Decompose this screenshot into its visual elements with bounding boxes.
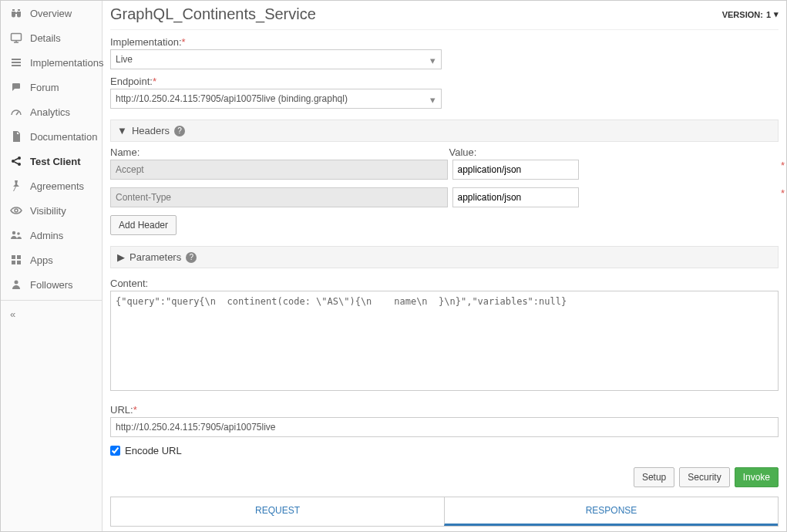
monitor-icon <box>10 32 22 44</box>
sidebar-item-overview[interactable]: Overview <box>1 1 102 25</box>
page-title: GraphQL_Continents_Service <box>110 5 316 23</box>
svg-rect-9 <box>12 261 15 264</box>
content-textarea[interactable]: {"query":"query{\n continent(code: \"AS\… <box>110 291 779 391</box>
header-value-input-1[interactable] <box>452 187 579 207</box>
parameters-section-toggle[interactable]: ▶ Parameters ? <box>110 246 779 268</box>
sidebar-item-label: Admins <box>30 230 63 241</box>
header-name-input-1[interactable] <box>110 187 448 207</box>
caret-down-icon: ▼ <box>117 125 127 136</box>
help-icon[interactable]: ? <box>174 126 185 136</box>
file-icon <box>10 130 22 143</box>
svg-point-4 <box>15 209 18 212</box>
sidebar-item-details[interactable]: Details <box>1 25 102 50</box>
svg-point-11 <box>15 281 18 285</box>
header-value-label: Value: <box>449 146 477 158</box>
header-value-input-0[interactable] <box>452 160 579 180</box>
grid-icon <box>10 254 22 266</box>
sidebar-item-label: Documentation <box>30 131 97 143</box>
svg-point-3 <box>18 163 21 166</box>
content-label: Content: <box>110 278 779 289</box>
chat-icon <box>10 81 22 93</box>
sidebar-item-apps[interactable]: Apps <box>1 247 102 272</box>
version-label: VERSION: <box>722 10 763 19</box>
encode-url-label: Encode URL <box>125 445 182 456</box>
sidebar-collapse-button[interactable]: « <box>1 301 102 328</box>
parameters-section-title: Parameters <box>129 251 181 263</box>
sidebar-item-label: Analytics <box>30 106 70 118</box>
caret-down-icon: ▾ <box>774 9 779 19</box>
url-input[interactable] <box>110 417 779 437</box>
sidebar-item-label: Test Client <box>30 156 81 167</box>
endpoint-label: Endpoint:* <box>110 76 779 87</box>
sidebar-item-label: Overview <box>30 8 72 19</box>
setup-button[interactable]: Setup <box>634 467 674 487</box>
sidebar-item-label: Agreements <box>30 180 84 192</box>
add-header-button[interactable]: Add Header <box>110 215 177 235</box>
users-icon <box>10 229 22 241</box>
implementation-select[interactable]: Live <box>110 49 442 69</box>
user-icon <box>10 278 22 291</box>
sidebar-item-followers[interactable]: Followers <box>1 272 102 297</box>
sidebar-item-label: Visibility <box>30 205 66 217</box>
sidebar-item-label: Details <box>30 32 61 44</box>
share-nodes-icon <box>10 155 22 167</box>
header-name-input-0[interactable] <box>110 160 448 180</box>
svg-point-2 <box>18 157 21 160</box>
sidebar-item-label: Forum <box>30 82 59 93</box>
sidebar-item-documentation[interactable]: Documentation <box>1 124 102 149</box>
version-selector[interactable]: VERSION: 1 ▾ <box>722 9 779 19</box>
chevrons-left-icon: « <box>10 308 15 320</box>
stack-icon <box>10 56 22 69</box>
svg-point-5 <box>12 231 15 234</box>
endpoint-select[interactable]: http://10.250.24.115:7905/api10075live (… <box>110 89 442 109</box>
sidebar: Overview Details Implementations Forum A… <box>1 1 103 531</box>
sidebar-item-forum[interactable]: Forum <box>1 75 102 99</box>
svg-rect-0 <box>12 34 22 41</box>
gauge-icon <box>10 106 22 118</box>
tab-request[interactable]: REQUEST <box>111 497 444 526</box>
security-button[interactable]: Security <box>679 467 729 487</box>
sidebar-item-label: Apps <box>30 254 53 266</box>
header-name-label: Name: <box>110 146 140 158</box>
pin-icon <box>10 180 22 192</box>
tab-response[interactable]: RESPONSE <box>444 497 778 526</box>
svg-point-6 <box>17 232 20 235</box>
sidebar-item-implementations[interactable]: Implementations <box>1 50 102 75</box>
help-icon[interactable]: ? <box>186 252 197 263</box>
sidebar-item-admins[interactable]: Admins <box>1 223 102 247</box>
caret-right-icon: ▶ <box>117 251 125 263</box>
headers-section-title: Headers <box>132 125 170 136</box>
sidebar-item-analytics[interactable]: Analytics <box>1 99 102 124</box>
binoculars-icon <box>10 7 22 19</box>
sidebar-item-label: Followers <box>30 279 73 291</box>
url-label: URL:* <box>110 404 779 416</box>
svg-rect-8 <box>17 255 21 259</box>
sidebar-item-test-client[interactable]: Test Client <box>1 149 102 173</box>
svg-rect-10 <box>17 261 21 264</box>
encode-url-checkbox[interactable] <box>110 446 120 456</box>
sidebar-item-label: Implementations <box>30 57 103 69</box>
version-value: 1 <box>766 10 771 19</box>
eye-icon <box>10 204 22 217</box>
invoke-button[interactable]: Invoke <box>735 467 779 487</box>
svg-rect-7 <box>12 255 15 259</box>
headers-section-toggle[interactable]: ▼ Headers ? <box>110 120 779 142</box>
implementation-label: Implementation:* <box>110 36 779 48</box>
sidebar-item-visibility[interactable]: Visibility <box>1 198 102 223</box>
sidebar-item-agreements[interactable]: Agreements <box>1 173 102 198</box>
